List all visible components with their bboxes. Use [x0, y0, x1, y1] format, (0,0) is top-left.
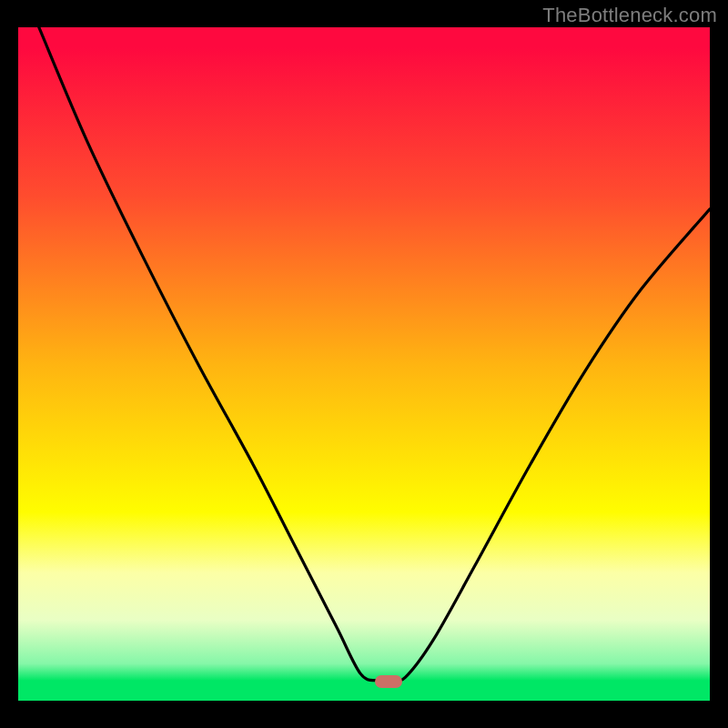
plot-area [18, 27, 710, 701]
optimum-marker [375, 675, 402, 688]
curve-path [39, 27, 710, 682]
bottleneck-curve [18, 27, 710, 701]
watermark-text: TheBottleneck.com [542, 4, 717, 27]
chart-frame: TheBottleneck.com [0, 0, 728, 728]
